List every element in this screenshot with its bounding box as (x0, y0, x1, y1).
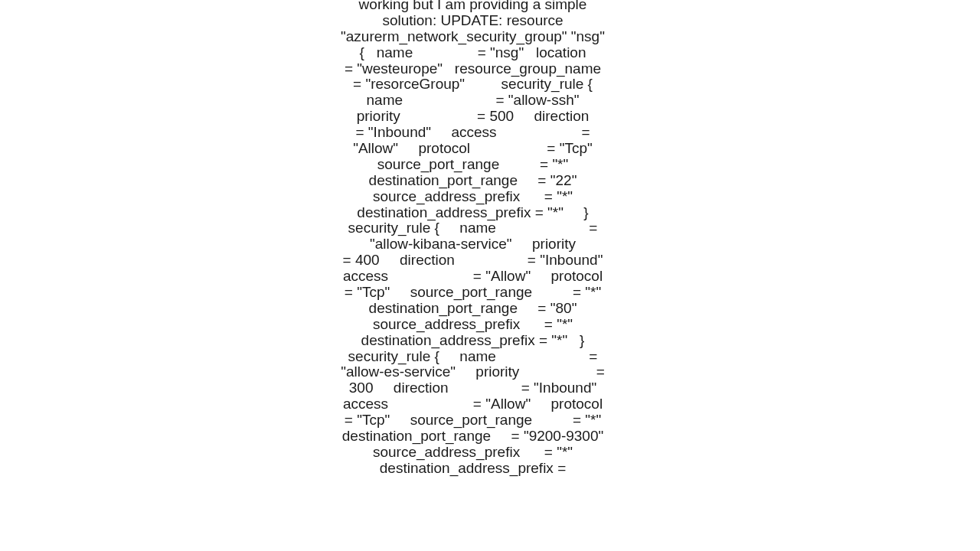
document-body-text: working but I am providing a simple solu… (341, 0, 605, 477)
